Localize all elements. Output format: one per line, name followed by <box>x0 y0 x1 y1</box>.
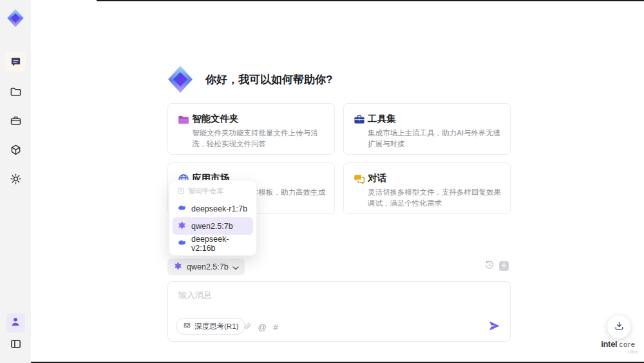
menu-item-deepseek-v2[interactable]: deepseek-v2:16b <box>173 235 253 252</box>
mention-button[interactable]: @ <box>256 321 268 333</box>
cube-icon <box>10 144 22 156</box>
sidebar-item-folders[interactable] <box>5 81 26 102</box>
sidebar <box>0 0 31 363</box>
qwen-icon <box>177 221 187 232</box>
send-icon <box>488 320 500 335</box>
attach-file-button[interactable] <box>241 321 252 333</box>
greeting-text: 你好，我可以如何帮助你? <box>205 72 332 87</box>
card-title: 对话 <box>368 172 386 184</box>
at-icon: @ <box>258 322 267 332</box>
app-logo-icon <box>5 8 26 28</box>
history-button[interactable] <box>484 260 495 272</box>
user-icon <box>10 316 21 330</box>
deep-think-label: 深度思考(R1) <box>194 322 238 331</box>
briefcase-icon <box>10 115 22 127</box>
chat-bubble-icon <box>10 56 22 68</box>
history-icon <box>484 260 495 273</box>
card-smart-folder[interactable]: 智能文件夹 智能文件夹功能支持批量文件上传与清洗，轻松实现文件问答 <box>167 103 335 155</box>
card-title: 工具集 <box>368 113 396 125</box>
download-icon <box>614 320 625 334</box>
toolset-icon <box>353 113 366 126</box>
panel-toggle-icon <box>10 338 22 353</box>
download-button[interactable] <box>607 315 630 338</box>
model-menu-header: 智问学仓库 <box>173 184 253 200</box>
sidebar-item-toolbox[interactable] <box>5 110 26 131</box>
smart-folder-icon <box>177 113 190 126</box>
window-top-edge <box>97 0 644 1</box>
sidebar-item-models[interactable] <box>5 139 26 160</box>
card-toolset[interactable]: 工具集 集成市场上主流工具，助力AI与外界无缝扩展与对接 <box>343 103 511 155</box>
dialog-icon <box>353 173 366 186</box>
message-input[interactable] <box>177 288 424 318</box>
sidebar-item-account[interactable] <box>6 313 25 333</box>
intel-core-badge: intelcore Ultra <box>595 338 641 354</box>
card-desc: 集成市场上主流工具，助力AI与外界无缝扩展与对接 <box>368 128 503 149</box>
sidebar-collapse-button[interactable] <box>6 336 24 354</box>
intel-brand-text: intel <box>601 339 617 349</box>
paperclip-icon <box>242 322 251 333</box>
chevron-down-icon <box>232 261 239 273</box>
menu-item-deepseek-r1[interactable]: deepseek-r1:7b <box>173 200 253 217</box>
new-chat-button[interactable]: + <box>499 261 509 271</box>
deepseek-whale-icon <box>177 203 187 215</box>
menu-item-label: qwen2.5:7b <box>191 222 233 231</box>
core-product-text: core <box>619 340 635 348</box>
topic-button[interactable]: # <box>270 321 281 333</box>
menu-item-label: deepseek-v2:16b <box>191 235 249 253</box>
folder-icon <box>10 86 22 98</box>
new-chat-icon: + <box>502 261 506 270</box>
model-menu-header-label: 智问学仓库 <box>188 186 223 196</box>
message-composer: 深度思考(R1) @ # <box>167 281 511 342</box>
repo-icon <box>177 187 185 196</box>
hash-icon: # <box>273 322 278 332</box>
greeting-logo-icon <box>165 64 196 95</box>
card-desc: 灵活切换多模型文件，支持多样回复效果调试，满足个性化需求 <box>368 187 503 208</box>
model-dropdown-menu: 智问学仓库 deepseek-r1:7b qwen2.5:7b <box>169 180 257 256</box>
deepseek-whale-icon <box>177 238 187 250</box>
sidebar-item-settings[interactable] <box>5 168 26 189</box>
deep-think-toggle[interactable]: 深度思考(R1) <box>176 318 245 335</box>
card-dialog[interactable]: 对话 灵活切换多模型文件，支持多样回复效果调试，满足个性化需求 <box>343 162 511 214</box>
model-selector-label: qwen2.5:7b <box>187 262 229 271</box>
sidebar-item-chat[interactable] <box>5 52 26 72</box>
gear-icon <box>10 173 22 185</box>
qwen-icon <box>173 261 183 273</box>
card-desc: 智能文件夹功能支持批量文件上传与清洗，轻松实现文件问答 <box>192 128 327 149</box>
model-selector-button[interactable]: qwen2.5:7b <box>167 259 245 275</box>
send-button[interactable] <box>487 320 501 334</box>
card-title: 智能文件夹 <box>192 113 239 125</box>
menu-item-label: deepseek-r1:7b <box>191 204 247 213</box>
menu-item-qwen[interactable]: qwen2.5:7b <box>173 217 253 235</box>
app-window: 你好，我可以如何帮助你? 智能文件夹 智能文件夹功能支持批量文件上传与清洗，轻松… <box>0 0 644 363</box>
atom-icon <box>183 320 191 332</box>
core-tier-text: Ultra <box>595 349 641 354</box>
